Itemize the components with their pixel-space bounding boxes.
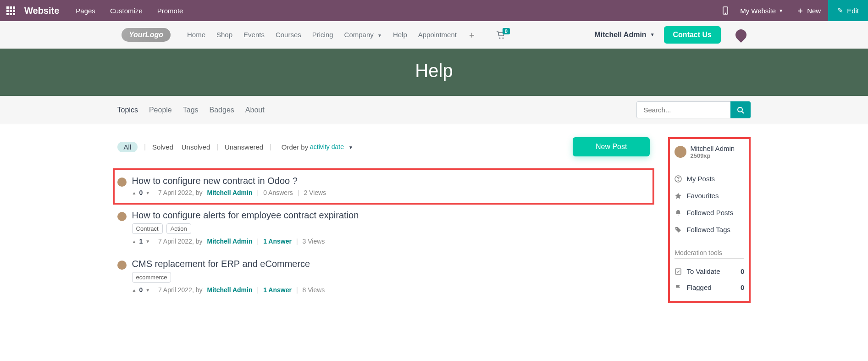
- separator: |: [257, 189, 259, 196]
- upvote-icon[interactable]: ▲: [132, 239, 137, 244]
- sidebar-link-followed-tags[interactable]: Followed Tags: [674, 221, 744, 238]
- post-title[interactable]: How to configure new contract in Odoo ?: [132, 176, 648, 186]
- filter-solved[interactable]: Solved: [152, 143, 173, 151]
- svg-point-2: [499, 37, 500, 39]
- nav-help[interactable]: Help: [387, 31, 413, 39]
- nav-company-dropdown[interactable]: Company ▼: [339, 31, 387, 39]
- post-meta: ▲1▼ 7 April 2022, by Mitchell Admin | 1 …: [132, 238, 650, 245]
- top-bar-right: My Website ▼ ＋ New ✎ Edit: [716, 0, 868, 21]
- mod-link-label: Flagged: [686, 283, 711, 291]
- post-date: 7 April 2022, by: [155, 189, 202, 196]
- top-bar-left: Website Pages Customize Promote: [0, 0, 190, 21]
- edit-button[interactable]: ✎ Edit: [828, 0, 868, 21]
- downvote-icon[interactable]: ▼: [145, 288, 150, 293]
- filter-unanswered[interactable]: Unanswered: [225, 143, 263, 151]
- mod-link-flagged[interactable]: Flagged0: [674, 279, 744, 295]
- filters-group: All | Solved Unsolved | Unanswered | Ord…: [117, 142, 353, 152]
- apps-grid-button[interactable]: [0, 0, 22, 21]
- author-link[interactable]: Mitchell Admin: [207, 189, 252, 196]
- moderation-header: Moderation tools: [674, 249, 744, 259]
- avatar: [117, 178, 127, 187]
- bell-icon: [674, 209, 682, 217]
- posts-container: How to configure new contract in Odoo ?▲…: [117, 168, 650, 302]
- sidebar-user[interactable]: Mitchell Admin 2509xp: [674, 144, 744, 159]
- sidebar-link-my-posts[interactable]: My Posts: [674, 170, 744, 187]
- main-content: All | Solved Unsolved | Unanswered | Ord…: [117, 137, 751, 303]
- downvote-icon[interactable]: ▼: [145, 190, 150, 195]
- sidebar-link-followed-posts[interactable]: Followed Posts: [674, 204, 744, 221]
- filter-all[interactable]: All: [117, 142, 138, 152]
- sidebar-column: Mitchell Admin 2509xp My PostsFavourites…: [668, 137, 751, 303]
- search-input[interactable]: [636, 101, 730, 118]
- search-button[interactable]: [730, 101, 751, 118]
- my-website-dropdown[interactable]: My Website ▼: [735, 7, 789, 15]
- order-dropdown[interactable]: activity date ▼: [310, 143, 353, 150]
- sidebar-username: Mitchell Admin: [690, 144, 735, 152]
- cart-button[interactable]: 0: [491, 31, 511, 39]
- subnav-badges[interactable]: Badges: [210, 106, 234, 114]
- nav-events[interactable]: Events: [238, 31, 270, 39]
- nav-pricing[interactable]: Pricing: [307, 31, 339, 39]
- author-link[interactable]: Mitchell Admin: [207, 286, 252, 294]
- post-title[interactable]: How to configure alerts for employee con…: [132, 210, 650, 221]
- views-count: 2 Views: [304, 189, 326, 196]
- downvote-icon[interactable]: ▼: [145, 239, 150, 244]
- edit-label: Edit: [847, 7, 859, 15]
- app-brand[interactable]: Website: [22, 6, 68, 16]
- tag[interactable]: Action: [166, 223, 191, 234]
- post-item: How to configure alerts for employee con…: [117, 205, 650, 253]
- answers-count[interactable]: 0 Answers: [263, 189, 293, 196]
- theme-color-droplet-icon[interactable]: [733, 27, 749, 43]
- post-meta: ▲0▼ 7 April 2022, by Mitchell Admin | 0 …: [132, 189, 648, 196]
- svg-line-5: [742, 111, 744, 113]
- answers-count[interactable]: 1 Answer: [263, 238, 292, 245]
- question-icon: [674, 175, 682, 183]
- help-banner: Help: [0, 49, 868, 96]
- nav-left: YourLogo Home Shop Events Courses Pricin…: [122, 28, 511, 42]
- mod-link-to-validate[interactable]: To Validate0: [674, 263, 744, 279]
- mobile-preview-icon[interactable]: [716, 6, 735, 15]
- top-menu-customize[interactable]: Customize: [103, 7, 150, 15]
- nav-appointment[interactable]: Appointment: [413, 31, 462, 39]
- post-item: CMS replacement for ERP and eCommerceeco…: [117, 253, 650, 302]
- nav-add-page[interactable]: ＋: [462, 29, 481, 40]
- svg-point-8: [676, 228, 677, 229]
- user-dropdown[interactable]: Mitchell Admin ▼: [594, 31, 654, 39]
- separator: |: [296, 286, 298, 294]
- top-menu-promote[interactable]: Promote: [150, 7, 191, 15]
- upvote-icon[interactable]: ▲: [132, 190, 137, 195]
- nav-courses[interactable]: Courses: [270, 31, 307, 39]
- order-value: activity date: [310, 143, 344, 150]
- my-website-label: My Website: [740, 7, 776, 15]
- upvote-icon[interactable]: ▲: [132, 288, 137, 293]
- tag[interactable]: Contract: [132, 223, 163, 234]
- filter-unsolved[interactable]: Unsolved: [182, 143, 210, 151]
- subnav-topics[interactable]: Topics: [117, 106, 138, 114]
- forum-sub-nav: Topics People Tags Badges About: [0, 96, 868, 124]
- svg-point-4: [738, 107, 742, 112]
- nav-home[interactable]: Home: [182, 31, 211, 39]
- sidebar-link-label: Followed Tags: [686, 226, 730, 233]
- post-item: How to configure new contract in Odoo ?▲…: [113, 168, 655, 205]
- views-count: 3 Views: [303, 238, 325, 245]
- post-title[interactable]: CMS replacement for ERP and eCommerce: [132, 259, 650, 269]
- nav-shop[interactable]: Shop: [211, 31, 238, 39]
- author-link[interactable]: Mitchell Admin: [207, 238, 252, 245]
- subnav-tags[interactable]: Tags: [183, 106, 199, 114]
- check-icon: [674, 268, 682, 275]
- new-button[interactable]: ＋ New: [789, 0, 828, 21]
- new-post-button[interactable]: New Post: [573, 137, 650, 156]
- subnav-about[interactable]: About: [245, 106, 265, 114]
- mod-link-label: To Validate: [686, 267, 720, 275]
- mod-count: 0: [741, 267, 744, 275]
- top-menu-pages[interactable]: Pages: [68, 7, 103, 15]
- tag[interactable]: ecommerce: [132, 272, 171, 283]
- site-logo[interactable]: YourLogo: [122, 28, 171, 42]
- sidebar-link-favourites[interactable]: Favourites: [674, 187, 744, 204]
- answers-count[interactable]: 1 Answer: [263, 286, 292, 294]
- nav-company-label: Company: [344, 31, 374, 39]
- contact-us-button[interactable]: Contact Us: [664, 26, 721, 44]
- separator: |: [298, 189, 299, 196]
- tag-icon: [674, 226, 682, 233]
- subnav-people[interactable]: People: [149, 106, 172, 114]
